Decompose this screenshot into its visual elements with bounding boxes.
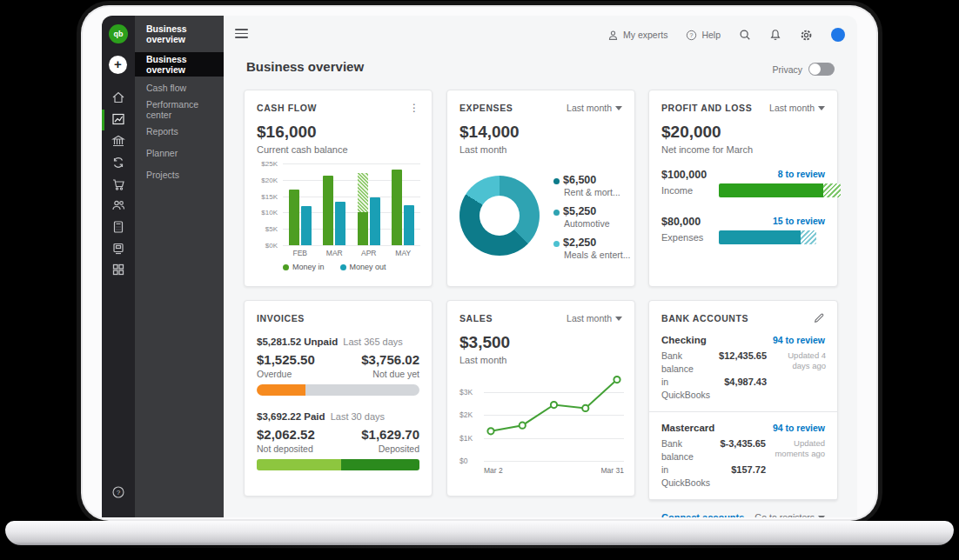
bell-icon: [769, 29, 781, 41]
legend-money-out: Money out: [340, 263, 386, 271]
mastercard-account: Mastercard 94 to review Bank balance $-3…: [661, 423, 825, 490]
profit-loss-card: PROFIT AND LOSS Last month $20,000 Net i…: [648, 90, 838, 287]
help-label: Help: [701, 30, 721, 40]
expense-legend-item: $6,500Rent & mort...: [553, 174, 630, 197]
help-icon: ?: [686, 30, 697, 41]
profit-loss-subtitle: Net income for March: [661, 144, 825, 155]
sales-x-end: Mar 31: [601, 466, 624, 475]
in-quickbooks-value: $4,987.43: [719, 376, 767, 402]
privacy-label: Privacy: [773, 64, 802, 75]
search-icon: [739, 29, 751, 41]
expenses-period-dropdown[interactable]: Last month: [567, 103, 622, 113]
svg-text:?: ?: [690, 31, 694, 37]
bank-icon[interactable]: [111, 134, 125, 148]
search-button[interactable]: [739, 29, 751, 41]
divider: [649, 499, 837, 500]
new-plus-button[interactable]: +: [109, 56, 127, 74]
cash-flow-subtitle: Current cash balance: [257, 144, 419, 155]
bar-money-in: [358, 173, 368, 245]
sales-chart: $3K$2K$1K$0 Mar 2 Mar 31: [459, 374, 622, 487]
hamburger-menu-icon[interactable]: [235, 29, 248, 38]
quickbooks-logo: qb: [109, 24, 128, 43]
sidebar-item-planner[interactable]: Planner: [135, 142, 224, 163]
money-exchange-icon[interactable]: [111, 156, 125, 170]
calculator-icon[interactable]: [111, 220, 125, 234]
apps-grid-icon[interactable]: [111, 263, 125, 277]
reports-chart-icon[interactable]: [111, 112, 125, 126]
sales-cart-icon[interactable]: [111, 177, 125, 191]
legend-money-in: Money in: [283, 263, 325, 271]
customers-icon[interactable]: [111, 198, 125, 212]
expense-legend-item: $2,250Meals & entert...: [553, 237, 630, 260]
overdue-label: Overdue: [257, 369, 292, 379]
bank-balance-value: $12,435.65: [719, 350, 767, 376]
sidebar-item-business-overview[interactable]: Business overview: [135, 52, 224, 77]
sidebar-item-performance-center[interactable]: Performance center: [135, 98, 224, 120]
page-background: qb +: [0, 0, 959, 560]
help-circle-icon[interactable]: ?: [111, 485, 125, 499]
notdue-label: Not due yet: [372, 369, 419, 379]
card-reader-icon[interactable]: [111, 242, 125, 256]
profit-loss-value: $20,000: [661, 123, 825, 142]
expense-legend-item: $5,250Automotive: [553, 205, 630, 229]
sidebar-item-projects[interactable]: Projects: [135, 163, 224, 185]
home-icon[interactable]: [111, 90, 125, 104]
sidebar-item-reports[interactable]: Reports: [135, 120, 224, 142]
in-quickbooks-value: $157.72: [720, 463, 766, 490]
expenses-legend: $6,500Rent & mort...$5,250Automotive$2,2…: [553, 174, 630, 268]
toggle-knob: [809, 63, 821, 75]
privacy-toggle[interactable]: [808, 63, 835, 76]
checking-review-link[interactable]: 94 to review: [773, 335, 825, 345]
bank-balance-value: $-3,435.65: [720, 437, 766, 463]
bar-money-in: [323, 176, 333, 245]
cash-flow-chart: $25K$20K$15K$10K$5K$0K FEBMARAPRMAY Mone…: [257, 163, 419, 275]
my-experts-button[interactable]: My experts: [607, 30, 667, 41]
paid-summary: $3,692.22 Paid Last 30 days: [257, 411, 419, 422]
sales-xaxis: Mar 2 Mar 31: [484, 466, 624, 475]
sidebar-item-cash-flow[interactable]: Cash flow: [135, 77, 224, 98]
go-to-registers-dropdown[interactable]: Go to registers: [754, 512, 825, 517]
paid-bar: [257, 459, 419, 470]
sales-value: $3,500: [459, 333, 622, 352]
cash-flow-yaxis: $25K$20K$15K$10K$5K$0K: [257, 163, 279, 245]
cash-flow-legend: Money inMoney out: [283, 263, 386, 271]
overdue-amount: $1,525.50: [257, 352, 315, 367]
gear-icon: [800, 29, 813, 42]
divider: [649, 411, 837, 412]
profit-loss-period-dropdown[interactable]: Last month: [769, 103, 825, 113]
connect-accounts-link[interactable]: Connect accounts: [661, 512, 744, 517]
checking-account: Checking 94 to review Bank balance $12,4…: [661, 335, 825, 402]
expenses-review-link[interactable]: 15 to review: [773, 216, 825, 226]
income-row: $100,000 8 to review Income: [661, 169, 825, 202]
chevron-down-icon: [615, 106, 622, 110]
laptop-base: [5, 521, 954, 545]
chevron-down-icon: [818, 516, 825, 517]
forecast-hatch: [358, 173, 368, 213]
cashflow-plot: [283, 163, 420, 245]
sales-subtitle: Last month: [459, 355, 622, 365]
income-review-link[interactable]: 8 to review: [778, 169, 825, 179]
bank-balance-label: Bank balance: [661, 437, 711, 463]
bank-accounts-title: BANK ACCOUNTS: [661, 313, 748, 323]
cash-flow-card: CASH FLOW ⋮ $16,000 Current cash balance…: [244, 90, 433, 287]
mastercard-review-link[interactable]: 94 to review: [773, 423, 825, 433]
bar-money-in: [392, 170, 402, 245]
account-name: Checking: [661, 335, 707, 345]
cash-flow-xaxis: FEBMARAPRMAY: [283, 249, 420, 259]
settings-button[interactable]: [800, 29, 813, 42]
in-quickbooks-label: in QuickBooks: [661, 376, 710, 402]
kebab-menu-icon[interactable]: ⋮: [409, 103, 419, 112]
user-avatar[interactable]: [831, 28, 845, 42]
sales-period-dropdown[interactable]: Last month: [567, 313, 622, 323]
updated-text: Updated moments ago: [775, 437, 825, 490]
app-screen: qb +: [102, 16, 857, 517]
my-experts-label: My experts: [623, 30, 667, 40]
bar-money-out: [301, 206, 312, 245]
notdeposited-label: Not deposited: [257, 443, 313, 454]
help-button[interactable]: ? Help: [686, 30, 721, 41]
bar-money-out: [370, 197, 380, 245]
notifications-button[interactable]: [769, 29, 781, 41]
edit-pencil-icon[interactable]: [813, 312, 825, 324]
deposited-amount: $1,629.70: [361, 427, 419, 442]
sales-card: SALES Last month $3,500 Last month $3K$2…: [446, 300, 635, 497]
